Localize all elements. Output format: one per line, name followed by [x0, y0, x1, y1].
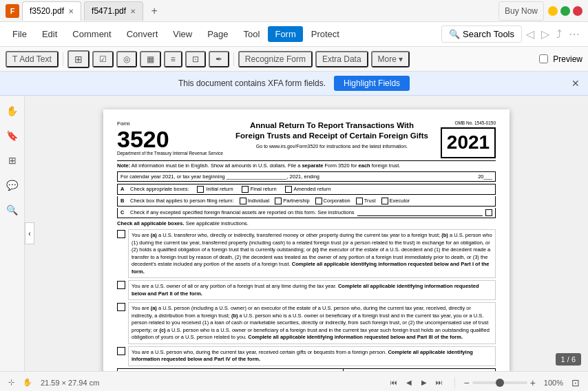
bookmark-panel-button[interactable]: 🔖	[3, 126, 22, 145]
menu-tool[interactable]: Tool	[237, 26, 267, 42]
signature-icon: ✒	[216, 54, 222, 64]
form-title-1: Annual Return To Report Transactions Wit…	[229, 120, 435, 131]
app-icon: F	[6, 4, 19, 18]
comments-panel-button[interactable]: 💬	[3, 176, 22, 195]
preview-toggle[interactable]: Preview	[539, 54, 582, 64]
paragraph-1-text: You are (a) a U.S. transferor who, direc…	[128, 229, 496, 278]
search-icon: 🔍	[449, 29, 460, 39]
initial-return-check[interactable]: Initial return	[197, 186, 233, 193]
search-panel-button[interactable]: 🔍	[3, 200, 22, 220]
tab-f5471-label: f5471.pdf	[92, 6, 126, 16]
form-year: 2021	[441, 127, 496, 158]
field-row-1: 1a Name of U.S. person(s) with respect t…	[117, 368, 496, 371]
final-return-check[interactable]: Final return	[242, 186, 277, 193]
status-separator	[454, 377, 455, 388]
checkbox-icon: ☑	[99, 54, 107, 64]
para4-checkbox[interactable]	[117, 347, 125, 355]
combobox-button[interactable]: ▦	[140, 51, 161, 67]
window-minimize-button[interactable]	[548, 6, 558, 16]
field-1a: 1a Name of U.S. person(s) with respect t…	[118, 369, 344, 371]
menu-page[interactable]: Page	[200, 26, 235, 42]
trust-check[interactable]: Trust	[356, 198, 376, 204]
tab-f5471[interactable]: f5471.pdf ✕	[84, 1, 143, 21]
partnership-check[interactable]: Partnership	[275, 198, 309, 204]
cursor-tool-icon[interactable]: ⊹	[8, 378, 14, 387]
zoom-thumb[interactable]	[496, 379, 504, 387]
listbox-button[interactable]: ≡	[164, 51, 182, 67]
field-1b: b Taxpayer identification number (TIN)	[344, 369, 495, 371]
add-text-button[interactable]: T Add Text	[6, 51, 59, 67]
corporation-check[interactable]: Corporation	[315, 198, 350, 204]
pdf-page: Form 3520 Department of the Treasury Int…	[103, 109, 510, 371]
highlight-fields-button[interactable]: Highlight Fields	[334, 76, 410, 91]
paragraph-4-row: You are a U.S. person who, during the cu…	[117, 346, 496, 366]
amended-return-check[interactable]: Amended return	[285, 186, 331, 193]
tab-f3520[interactable]: f3520.pdf ✕	[22, 1, 81, 21]
form-button-tool[interactable]: ⊡	[185, 51, 206, 67]
fit-page-icon[interactable]: ⊡	[571, 377, 580, 388]
formbutton-icon: ⊡	[192, 54, 199, 64]
status-bar: ⊹ ✋ 21.59 × 27.94 cm ⏮ ◀ ▶ ⏭ − + 100% ⊡	[0, 371, 588, 391]
zoom-in-icon[interactable]: +	[530, 377, 536, 388]
search-tools-button[interactable]: 🔍 Search Tools	[441, 25, 522, 43]
para2-checkbox[interactable]	[117, 281, 125, 289]
nav-last-button[interactable]: ⏭	[432, 376, 446, 390]
menu-form[interactable]: Form	[268, 26, 302, 42]
paragraph-3-text: You are (a) a U.S. person (including a U…	[128, 302, 496, 344]
panel-collapse-button[interactable]: ‹	[25, 222, 34, 244]
paragraph-2-row: You are a U.S. owner of all or any porti…	[117, 280, 496, 300]
nav-prev-button[interactable]: ◀	[402, 376, 416, 390]
nav-back-button[interactable]: ◁	[523, 28, 537, 41]
title-bar-right: Buy Now	[498, 1, 582, 21]
form-title-2: Foreign Trusts and Receipt of Certain Fo…	[229, 131, 435, 141]
window-maximize-button[interactable]	[560, 6, 570, 16]
nav-first-button[interactable]: ⏮	[387, 376, 401, 390]
menu-protect[interactable]: Protect	[304, 26, 346, 42]
list-icon: ≡	[171, 54, 176, 64]
calendar-year-row: For calendar year 2021, or tax year begi…	[117, 171, 496, 182]
para1-checkbox[interactable]	[117, 230, 125, 238]
preview-checkbox[interactable]	[539, 54, 548, 63]
share-button[interactable]: ⤴	[554, 28, 565, 41]
row-b: B Check box that applies to person filin…	[117, 196, 496, 207]
xfa-close-button[interactable]: ✕	[571, 78, 580, 89]
zoom-out-icon[interactable]: −	[463, 377, 469, 388]
omb-label: OMB No. 1545-0150	[441, 120, 496, 126]
add-text-label: Add Text	[19, 54, 51, 64]
recognize-form-button[interactable]: Recognize Form	[238, 51, 313, 67]
zoom-level-label: 100%	[544, 379, 563, 387]
pages-panel-button[interactable]: ⊞	[3, 151, 22, 170]
radio-button-tool[interactable]: ◎	[116, 51, 137, 67]
extra-data-label: Extra Data	[322, 54, 361, 64]
buy-now-button[interactable]: Buy Now	[498, 1, 544, 21]
tab-f5471-close[interactable]: ✕	[130, 8, 136, 15]
field-tools-button[interactable]: ⊞	[67, 50, 90, 68]
add-text-icon: T	[12, 54, 17, 64]
hand-tool-icon[interactable]: ✋	[23, 378, 32, 387]
para3-checkbox[interactable]	[117, 303, 125, 311]
more-menu-button[interactable]: ⋯	[566, 28, 582, 41]
tab-f3520-close[interactable]: ✕	[68, 8, 74, 15]
window-close-button[interactable]	[573, 6, 582, 16]
individual-check[interactable]: Individual	[240, 198, 270, 204]
more-tools-button[interactable]: More ▾	[371, 51, 410, 67]
nav-controls: ⏮ ◀ ▶ ⏭	[387, 376, 446, 390]
zoom-slider[interactable]	[472, 381, 527, 384]
menu-convert[interactable]: Convert	[120, 26, 165, 42]
signature-button[interactable]: ✒	[209, 51, 229, 67]
toolbar-separator-1	[63, 52, 63, 66]
recognize-label: Recognize Form	[245, 54, 306, 64]
field-icon: ⊞	[74, 54, 83, 65]
executor-check[interactable]: Executor	[381, 198, 410, 204]
hand-tool-button[interactable]: ✋	[3, 101, 22, 120]
menu-edit[interactable]: Edit	[35, 26, 64, 42]
extra-data-button[interactable]: Extra Data	[315, 51, 368, 67]
menu-comment[interactable]: Comment	[65, 26, 118, 42]
nav-next-button[interactable]: ▶	[417, 376, 431, 390]
note-line: Note: All information must be in English…	[117, 160, 496, 169]
menu-view[interactable]: View	[166, 26, 199, 42]
checkbox-button[interactable]: ☑	[92, 51, 114, 67]
add-tab-button[interactable]: +	[146, 3, 162, 19]
nav-forward-button[interactable]: ▷	[538, 28, 552, 41]
menu-file[interactable]: File	[6, 26, 34, 42]
